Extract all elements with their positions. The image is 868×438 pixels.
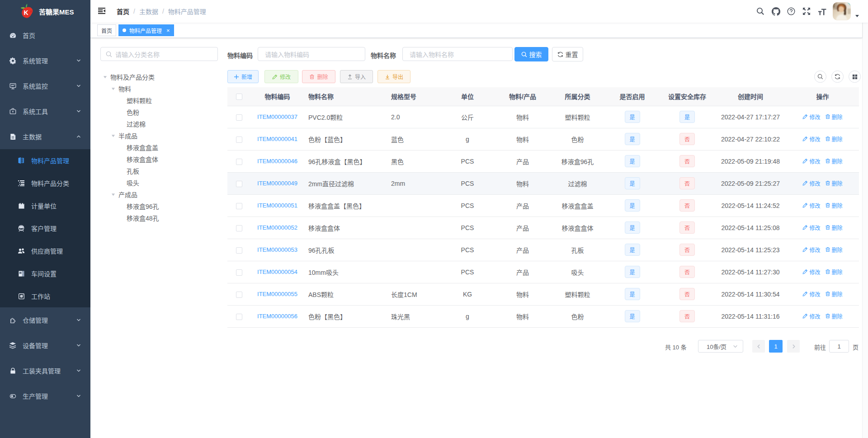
svg-text:车间: 车间 [19,272,22,274]
svg-text:K: K [24,9,29,16]
